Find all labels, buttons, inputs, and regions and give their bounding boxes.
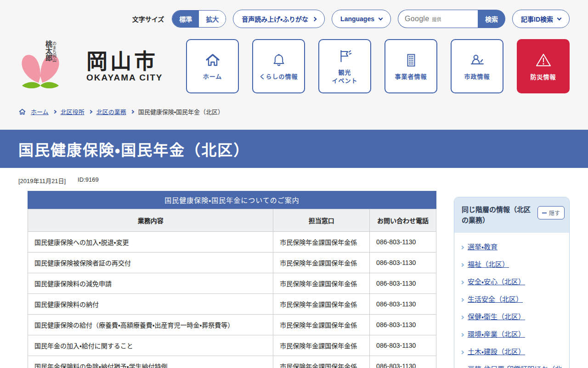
task-cell: 国民年金保険料の免除・納付猶予・学生納付特例 xyxy=(28,356,273,368)
font-size-standard-button[interactable]: 標準 xyxy=(172,11,199,27)
column-header-phone: お問い合わせ電話 xyxy=(370,209,436,232)
top-utility-bar: 文字サイズ 標準 拡大 音声読み上げ・ふりがな Languages Google… xyxy=(0,0,588,28)
global-nav: ホーム くらしの情報 観光 イベント xyxy=(186,39,570,93)
sidebar-item-civil-construction[interactable]: 土木・建設（北区） xyxy=(468,347,525,356)
nav-tourism-events-button[interactable]: 観光 イベント xyxy=(318,39,371,93)
list-item: 戸籍・住民票・印鑑証明ほか（北区） xyxy=(461,364,563,368)
desk-cell: 市民保険年金課国保年金係 xyxy=(273,253,370,273)
sidebar-header: 同じ階層の情報（北区の業務） 隠す xyxy=(454,197,569,233)
chevron-right-icon xyxy=(460,298,464,301)
chevron-right-icon xyxy=(460,245,464,249)
city-name-jp: 岡山市 xyxy=(86,50,163,73)
nav-city-gov-label: 市政情報 xyxy=(464,73,490,81)
chevron-right-icon xyxy=(130,109,134,113)
column-header-task: 業務内容 xyxy=(28,209,273,232)
search-input[interactable]: Google 提供 xyxy=(398,10,478,28)
bell-icon xyxy=(271,52,287,69)
nav-business-info-button[interactable]: 事業者情報 xyxy=(384,39,437,93)
guidance-table: 国民健康保険・国民年金についてのご案内 業務内容 担当窓口 お問い合わせ電話 国… xyxy=(28,191,436,368)
breadcrumb-kita-ward-services-link[interactable]: 北区の業務 xyxy=(96,107,126,116)
article-id-search-button[interactable]: 記事ID検索 xyxy=(512,10,570,28)
brand-row: 桃太郎 のまち岡山 岡山市 OKAYAMA CITY ホーム xyxy=(0,28,588,101)
chevron-right-icon xyxy=(460,280,464,284)
nav-business-info-label: 事業者情報 xyxy=(395,73,427,81)
desk-cell: 市民保険年金課国保年金係 xyxy=(273,273,370,294)
sidebar-item-welfare[interactable]: 福祉（北区） xyxy=(468,259,509,269)
languages-button[interactable]: Languages xyxy=(332,10,391,28)
table-caption: 国民健康保険・国民年金についてのご案内 xyxy=(28,191,436,209)
chevron-right-icon xyxy=(460,263,464,266)
chevron-down-icon xyxy=(557,16,562,20)
site-search: Google 提供 検索 xyxy=(398,10,505,28)
sidebar-hide-button[interactable]: 隠す xyxy=(537,206,565,219)
logo-tagline-sub: のまち岡山 xyxy=(52,41,56,62)
phone-cell: 086-803-1130 xyxy=(370,273,436,294)
desk-cell: 市民保険年金課国保年金係 xyxy=(273,294,370,315)
article-id: ID:9169 xyxy=(78,176,99,185)
table-header-row: 業務内容 担当窓口 お問い合わせ電話 xyxy=(28,209,436,232)
phone-cell: 086-803-1130 xyxy=(370,315,436,335)
nav-disaster-info-label: 防災情報 xyxy=(530,73,556,81)
list-item: 選挙・教育 xyxy=(461,242,563,252)
building-icon xyxy=(403,52,419,69)
nav-living-info-label: くらしの情報 xyxy=(259,73,298,81)
article-column: [2019年11月21日] ID:9169 国民健康保険・国民年金についてのご案… xyxy=(18,176,436,368)
sidebar-link-list: 選挙・教育 福祉（北区） 安全・安心（北区） 生活安全（北区） 保健・衛生（北区… xyxy=(454,233,569,368)
city-name-en: OKAYAMA CITY xyxy=(86,73,163,83)
breadcrumb-current-page: 国民健康保険・国民年金（北区） xyxy=(138,107,224,116)
breadcrumb-kita-ward-office-link[interactable]: 北区役所 xyxy=(61,107,85,116)
table-row: 国民健康保険被保険者証の再交付 市民保険年金課国保年金係 086-803-113… xyxy=(28,253,436,273)
sidebar-hide-label: 隠す xyxy=(549,209,560,217)
nav-living-info-button[interactable]: くらしの情報 xyxy=(252,39,305,93)
list-item: 保健・衛生（北区） xyxy=(461,312,563,322)
list-item: 土木・建設（北区） xyxy=(461,347,563,356)
reception-icon xyxy=(469,52,486,69)
home-icon xyxy=(204,52,221,69)
desk-cell: 市民保険年金課国保年金係 xyxy=(273,356,370,368)
sidebar-item-election-education[interactable]: 選挙・教育 xyxy=(468,242,498,252)
article-id-search-label: 記事ID検索 xyxy=(521,14,553,23)
phone-cell: 086-803-1130 xyxy=(370,356,436,368)
font-size-large-button[interactable]: 拡大 xyxy=(199,11,226,27)
nav-city-gov-button[interactable]: 市政情報 xyxy=(451,39,503,93)
task-cell: 国民健康保険料の減免申請 xyxy=(28,273,273,294)
list-item: 環境・産業（北区） xyxy=(461,329,563,339)
chevron-right-icon xyxy=(312,17,317,21)
breadcrumb: ホーム 北区役所 北区の業務 国民健康保険・国民年金（北区） xyxy=(0,101,588,130)
breadcrumb-home-link[interactable]: ホーム xyxy=(31,107,49,116)
sidebar-title: 同じ階層の情報（北区の業務） xyxy=(462,204,534,226)
desk-cell: 市民保険年金課国保年金係 xyxy=(273,315,370,335)
desk-cell: 市民保険年金課国保年金係 xyxy=(273,335,370,356)
sidebar-item-environment-industry[interactable]: 環境・産業（北区） xyxy=(468,329,525,339)
search-button[interactable]: 検索 xyxy=(478,10,505,28)
phone-cell: 086-803-1130 xyxy=(370,335,436,356)
sidebar-item-safety-security[interactable]: 安全・安心（北区） xyxy=(468,277,525,287)
minus-icon xyxy=(542,213,547,213)
table-row: 国民年金の加入・給付に関すること 市民保険年金課国保年金係 086-803-11… xyxy=(28,335,436,356)
page-title: 国民健康保険・国民年金（北区） xyxy=(18,138,249,160)
peach-logo: 桃太郎 のまち岡山 xyxy=(18,40,74,92)
nav-home-button[interactable]: ホーム xyxy=(186,39,239,93)
sidebar-item-family-register[interactable]: 戸籍・住民票・印鑑証明ほか（北区） xyxy=(468,364,563,368)
sidebar-item-daily-life-safety[interactable]: 生活安全（北区） xyxy=(468,294,523,304)
home-icon xyxy=(18,108,26,115)
task-cell: 国民健康保険被保険者証の再交付 xyxy=(28,253,273,273)
table-row: 国民年金保険料の免除・納付猶予・学生納付特例 市民保険年金課国保年金係 086-… xyxy=(28,356,436,368)
task-cell: 国民健康保険の給付（療養費・高額療養費・出産育児一時金・葬祭費等） xyxy=(28,315,273,335)
languages-label: Languages xyxy=(340,15,374,23)
logo-tagline: 桃太郎 のまち岡山 xyxy=(45,40,57,62)
warning-icon xyxy=(534,52,553,69)
column-header-desk: 担当窓口 xyxy=(273,209,370,232)
sidebar-item-health-hygiene[interactable]: 保健・衛生（北区） xyxy=(468,312,525,322)
site-logo[interactable]: 桃太郎 のまち岡山 岡山市 OKAYAMA CITY xyxy=(18,40,163,92)
logo-tagline-main: 桃太郎 xyxy=(45,40,52,62)
google-logo: Google xyxy=(405,15,429,23)
list-item: 安全・安心（北区） xyxy=(461,277,563,287)
page-title-banner: 国民健康保険・国民年金（北区） xyxy=(0,130,588,168)
nav-disaster-info-button[interactable]: 防災情報 xyxy=(517,39,570,93)
publish-date: [2019年11月21日] xyxy=(18,176,66,185)
chevron-right-icon xyxy=(460,333,464,336)
speech-furigana-button[interactable]: 音声読み上げ・ふりがな xyxy=(233,10,325,28)
phone-cell: 086-803-1130 xyxy=(370,253,436,273)
speech-furigana-label: 音声読み上げ・ふりがな xyxy=(242,14,308,23)
